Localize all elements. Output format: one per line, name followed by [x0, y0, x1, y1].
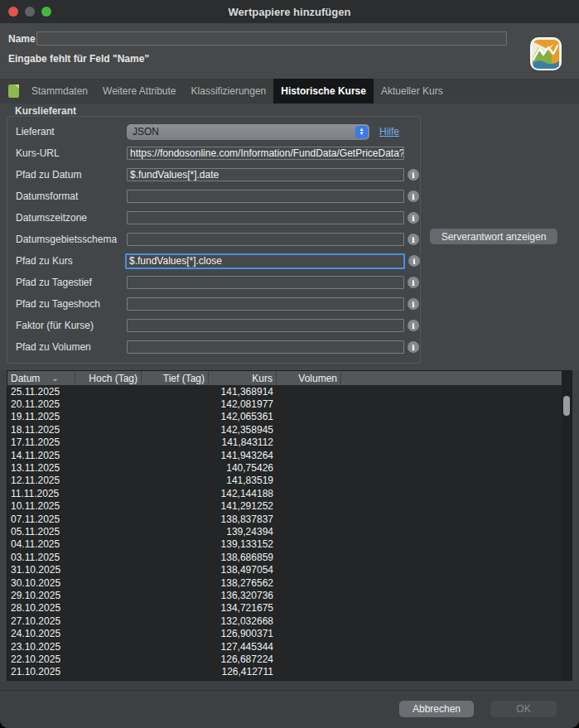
- form-field-row: Faktor (für Kurse) i: [16, 315, 420, 336]
- info-icon[interactable]: i: [408, 277, 419, 288]
- table-row[interactable]: 24.10.2025 126,900371: [7, 627, 572, 639]
- field-input[interactable]: $.fundValues[*].close: [125, 253, 405, 269]
- tab[interactable]: Weitere Attribute: [95, 79, 184, 104]
- field-input[interactable]: https://fondosonline.com/Information/Fun…: [127, 147, 404, 160]
- table-row[interactable]: 18.11.2025 142,358945: [7, 423, 572, 436]
- table-row[interactable]: 25.11.2025 141,368914: [7, 385, 572, 398]
- minimize-window-icon[interactable]: [25, 7, 35, 17]
- cell-kurs: 140,75426: [209, 462, 277, 474]
- table-row[interactable]: 29.10.2025 136,320736: [7, 589, 572, 601]
- footer-divider: [0, 690, 579, 691]
- table-row[interactable]: 23.10.2025 127,445344: [7, 640, 572, 653]
- tab[interactable]: Stammdaten: [24, 79, 95, 104]
- title-bar: Wertpapiere hinzufügen: [0, 0, 579, 23]
- table-row[interactable]: 22.10.2025 126,687224: [7, 653, 572, 665]
- tab-label: Stammdaten: [31, 85, 88, 97]
- table-row[interactable]: 30.10.2025 138,276562: [7, 576, 572, 589]
- info-icon[interactable]: i: [408, 320, 419, 331]
- tab[interactable]: Historische Kurse: [273, 79, 374, 104]
- tab[interactable]: Klassifizierungen: [184, 79, 274, 104]
- cell-datum: 03.11.2025: [7, 552, 75, 563]
- table-row[interactable]: 31.10.2025 138,497054: [7, 563, 572, 576]
- field-input[interactable]: [127, 233, 404, 246]
- cell-kurs: 141,843112: [209, 436, 277, 448]
- form-field-row: Pfad zu Kurs $.fundValues[*].close i: [16, 250, 420, 272]
- column-header-volumen[interactable]: Volumen: [277, 371, 341, 385]
- info-icon[interactable]: i: [408, 298, 419, 310]
- field-input[interactable]: [127, 297, 404, 311]
- close-window-icon[interactable]: [8, 7, 18, 17]
- form-field-row: Datumsgebietsschema i: [16, 229, 420, 250]
- table-row[interactable]: 19.11.2025 142,065361: [7, 411, 572, 423]
- field-input[interactable]: [127, 276, 404, 289]
- table-row[interactable]: 10.11.2025 141,291252: [7, 500, 572, 513]
- info-icon[interactable]: i: [408, 212, 419, 224]
- field-input[interactable]: [127, 211, 404, 224]
- column-header-tief[interactable]: Tief (Tag): [142, 371, 209, 385]
- table-row[interactable]: 04.11.2025 139,133152: [7, 538, 572, 551]
- table-row[interactable]: 12.11.2025 141,83519: [7, 475, 572, 487]
- cell-kurs: 142,081977: [209, 398, 277, 410]
- app-logo-icon: [530, 37, 562, 73]
- cell-datum: 25.11.2025: [7, 386, 75, 398]
- tab-label: Klassifizierungen: [191, 85, 267, 97]
- historical-quotes-table: Datum ⌄ Hoch (Tag) Tief (Tag) Kurs Volum…: [7, 370, 572, 681]
- table-row[interactable]: 03.11.2025 138,686859: [7, 551, 572, 563]
- table-row[interactable]: 28.10.2025 134,721675: [7, 602, 572, 615]
- cell-datum: 07.11.2025: [7, 513, 75, 525]
- help-link[interactable]: Hilfe: [379, 126, 399, 137]
- field-label: Datumsformat: [16, 190, 127, 202]
- name-input[interactable]: [36, 31, 507, 46]
- cell-datum: 17.11.2025: [7, 436, 75, 448]
- form-field-row: Kurs-URL https://fondosonline.com/Inform…: [16, 142, 420, 164]
- info-icon[interactable]: i: [408, 341, 419, 353]
- cell-kurs: 141,943264: [209, 450, 277, 461]
- tab[interactable]: Aktueller Kurs: [374, 79, 451, 104]
- table-row[interactable]: 13.11.2025 140,75426: [7, 461, 572, 474]
- zoom-window-icon[interactable]: [41, 7, 51, 17]
- cell-datum: 22.10.2025: [7, 653, 75, 665]
- info-icon[interactable]: i: [408, 169, 419, 181]
- cell-datum: 18.11.2025: [7, 424, 75, 436]
- provider-select[interactable]: JSON ▲▼: [127, 124, 369, 140]
- document-icon: [8, 84, 19, 98]
- table-row[interactable]: 17.11.2025 141,843112: [7, 436, 572, 449]
- column-header-hoch[interactable]: Hoch (Tag): [75, 371, 142, 385]
- form-field-row: Pfad zu Tageshoch i: [16, 293, 420, 315]
- cell-kurs: 132,032668: [209, 615, 277, 627]
- column-header-kurs[interactable]: Kurs: [209, 371, 277, 385]
- show-server-response-button[interactable]: Serverantwort anzeigen: [430, 229, 557, 244]
- cell-kurs: 138,686859: [209, 552, 277, 563]
- cell-datum: 24.10.2025: [7, 628, 75, 639]
- table-row[interactable]: 27.10.2025 132,032668: [7, 615, 572, 627]
- info-icon[interactable]: i: [408, 234, 419, 245]
- table-row[interactable]: 11.11.2025 142,144188: [7, 487, 572, 499]
- table-row[interactable]: 07.11.2025 138,837837: [7, 513, 572, 525]
- sort-descending-icon: ⌄: [51, 374, 58, 383]
- group-label: Kurslieferant: [15, 105, 76, 117]
- dialog-window: Wertpapiere hinzufügen Name Eingabe fehl…: [0, 0, 579, 728]
- info-icon[interactable]: i: [408, 190, 419, 202]
- field-input[interactable]: [127, 319, 404, 332]
- field-input[interactable]: $.fundValues[*].date: [127, 168, 404, 181]
- table-row[interactable]: 21.10.2025 126,412711: [7, 666, 572, 678]
- cell-kurs: 127,445344: [209, 641, 277, 653]
- table-row[interactable]: 14.11.2025 141,943264: [7, 449, 572, 461]
- info-icon[interactable]: i: [408, 255, 420, 267]
- field-input[interactable]: [127, 340, 404, 354]
- scrollbar-thumb[interactable]: [563, 396, 570, 416]
- table-row[interactable]: 20.11.2025 142,081977: [7, 398, 572, 410]
- scrollbar-track[interactable]: [562, 371, 572, 680]
- table-row[interactable]: 05.11.2025 139,24394: [7, 525, 572, 538]
- cell-kurs: 138,837837: [209, 513, 277, 525]
- cell-datum: 21.10.2025: [7, 666, 75, 677]
- field-label: Faktor (für Kurse): [16, 320, 127, 331]
- cell-datum: 12.11.2025: [7, 475, 75, 486]
- field-input[interactable]: [127, 190, 404, 203]
- cancel-button[interactable]: Abbrechen: [399, 701, 474, 717]
- form-field-row: Datumszeitzone i: [16, 207, 420, 229]
- column-header-filler: [341, 371, 562, 385]
- ok-button[interactable]: OK: [490, 701, 557, 717]
- provider-row: Lieferant JSON ▲▼ Hilfe: [16, 121, 420, 142]
- column-header-datum[interactable]: Datum ⌄: [7, 371, 75, 385]
